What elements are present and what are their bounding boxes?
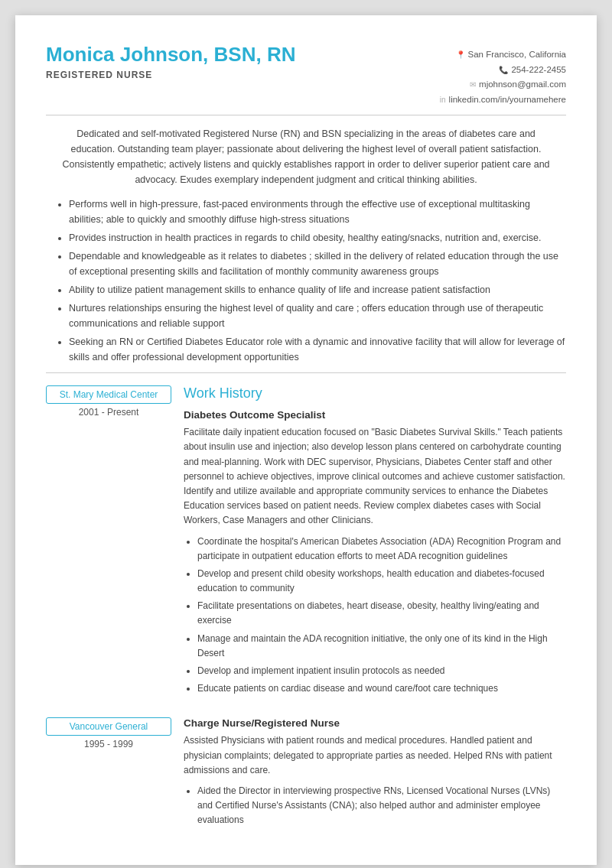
job-2-bullet-1: Aided the Director in interviewing prosp…	[197, 784, 566, 828]
summary-bullets: Performs well in high-pressure, fast-pac…	[69, 197, 566, 365]
candidate-title: REGISTERED NURSE	[46, 70, 295, 80]
employer-block-1: St. Mary Medical Center 2001 - Present	[46, 385, 171, 418]
phone-icon: 📞	[499, 63, 508, 76]
summary-bullet-4: Ability to utilize patient management sk…	[69, 282, 566, 297]
candidate-name: Monica Johnson, BSN, RN	[46, 43, 295, 67]
work-main-2: Charge Nurse/Registered Nurse Assisted P…	[184, 717, 566, 837]
employer-block-2: Vancouver General 1995 - 1999	[46, 717, 171, 749]
employer-dates-2: 1995 - 1999	[46, 739, 171, 749]
header: Monica Johnson, BSN, RN REGISTERED NURSE…	[46, 43, 566, 107]
contact-email-row: ✉ mjohnson@gmail.com	[440, 77, 566, 93]
job-desc-1: Facilitate daily inpatient education foc…	[184, 425, 566, 528]
summary-bullet-1: Performs well in high-pressure, fast-pac…	[69, 197, 566, 227]
job-title-2: Charge Nurse/Registered Nurse	[184, 717, 566, 729]
summary-bullet-5: Nurtures relationships ensuring the high…	[69, 301, 566, 331]
job-1-bullet-6: Educate patients on cardiac disease and …	[197, 681, 566, 696]
header-divider	[46, 115, 566, 115]
job-bullets-2: Aided the Director in interviewing prosp…	[197, 784, 566, 828]
contact-phone: 254-222-2455	[511, 63, 566, 78]
job-1-bullet-5: Develop and implement inpatient insulin …	[197, 664, 566, 678]
header-left: Monica Johnson, BSN, RN REGISTERED NURSE	[46, 43, 295, 80]
email-icon: ✉	[470, 78, 476, 91]
contact-linkedin: linkedin.com/in/yournamehere	[449, 93, 566, 108]
summary-intro: Dedicated and self-motivated Registered …	[46, 126, 566, 187]
job-desc-2: Assisted Physicians with patient rounds …	[184, 733, 566, 778]
section-divider	[46, 372, 566, 373]
location-icon: 📍	[456, 48, 465, 61]
contact-info: 📍 San Francisco, California 📞 254-222-24…	[440, 43, 566, 107]
work-main: Work History Diabetes Outcome Specialist…	[184, 385, 566, 705]
linkedin-icon: in	[440, 93, 446, 106]
summary-text: Dedicated and self-motivated Registered …	[62, 128, 549, 185]
employer-name-2: Vancouver General	[46, 717, 171, 736]
contact-linkedin-row: in linkedin.com/in/yournamehere	[440, 93, 566, 108]
job-bullets-1: Coordinate the hospital's American Diabe…	[197, 535, 566, 697]
summary-bullet-2: Provides instruction in health practices…	[69, 230, 566, 245]
contact-phone-row: 📞 254-222-2455	[440, 63, 566, 78]
job-title-1: Diabetes Outcome Specialist	[184, 409, 566, 421]
job-1-bullet-2: Develop and present child obesity worksh…	[197, 567, 566, 596]
employer-name-1: St. Mary Medical Center	[46, 385, 171, 404]
work-sidebar: St. Mary Medical Center 2001 - Present	[46, 385, 184, 705]
employer-dates-1: 2001 - Present	[46, 407, 171, 418]
work-history-section-2: Vancouver General 1995 - 1999 Charge Nur…	[46, 717, 566, 837]
job-1-bullet-1: Coordinate the hospital's American Diabe…	[197, 535, 566, 564]
work-sidebar-2: Vancouver General 1995 - 1999	[46, 717, 184, 837]
job-1-bullet-3: Facilitate presentations on diabetes, he…	[197, 599, 566, 628]
contact-location: San Francisco, California	[468, 47, 566, 63]
job-1-bullet-4: Manage and maintain the ADA recognition …	[197, 632, 566, 661]
work-history-title: Work History	[184, 385, 566, 401]
resume-page: Monica Johnson, BSN, RN REGISTERED NURSE…	[15, 15, 597, 865]
contact-location-row: 📍 San Francisco, California	[440, 47, 566, 63]
work-history-section: St. Mary Medical Center 2001 - Present W…	[46, 385, 566, 705]
summary-bullet-3: Dependable and knowledgeable as it relat…	[69, 249, 566, 279]
contact-email: mjohnson@gmail.com	[479, 77, 566, 93]
summary-bullet-6: Seeking an RN or Certified Diabetes Educ…	[69, 334, 566, 365]
